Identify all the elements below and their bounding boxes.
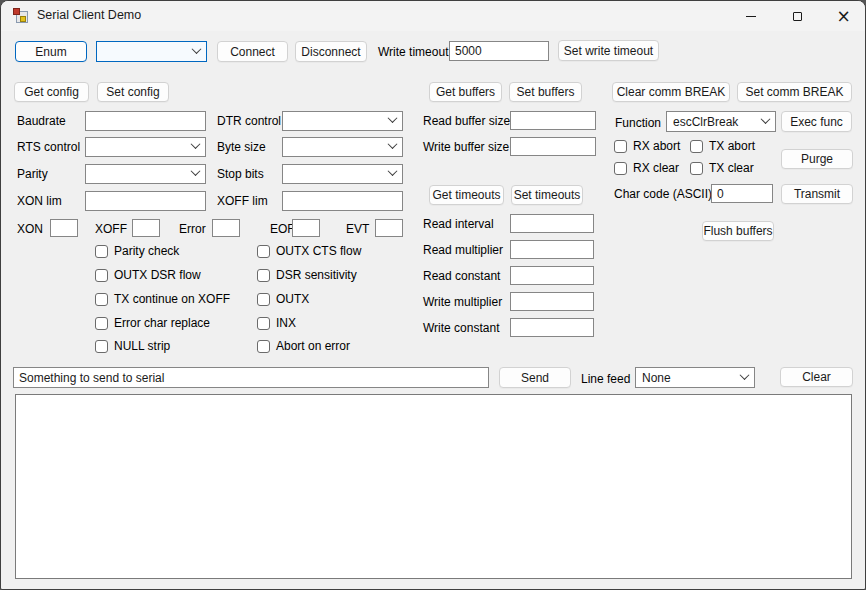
char-code-ascii-label: Char code (ASCII)	[614, 187, 712, 201]
line-feed-select[interactable]: None	[635, 367, 755, 388]
xon-lim-label: XON lim	[17, 194, 62, 208]
connect-button[interactable]: Connect	[217, 41, 288, 62]
error-char-label: Error	[179, 222, 206, 236]
minimize-icon	[746, 16, 756, 17]
write-constant-input[interactable]	[510, 318, 594, 337]
rts-control-select[interactable]	[85, 137, 206, 157]
checkbox-icon	[614, 162, 627, 175]
checkbox-dsr-sensitivity[interactable]: DSR sensitivity	[257, 268, 357, 282]
checkbox-error-char-replace[interactable]: Error char replace	[95, 316, 210, 330]
read-buffer-size-input[interactable]	[510, 111, 596, 130]
get-timeouts-button[interactable]: Get timeouts	[429, 185, 504, 205]
maximize-button[interactable]	[774, 1, 820, 31]
get-config-button[interactable]: Get config	[14, 82, 89, 102]
exec-func-button[interactable]: Exec func	[781, 111, 852, 132]
checkbox-icon	[95, 340, 108, 353]
write-buffer-size-input[interactable]	[510, 137, 596, 156]
dtr-control-label: DTR control	[217, 114, 281, 128]
evt-char-input[interactable]	[375, 219, 403, 237]
baudrate-input[interactable]	[85, 111, 206, 131]
checkbox-tx-abort[interactable]: TX abort	[690, 139, 755, 153]
function-select[interactable]: escClrBreak	[666, 111, 776, 132]
rts-control-label: RTS control	[17, 140, 80, 154]
xoff-char-input[interactable]	[132, 219, 160, 237]
set-timeouts-button[interactable]: Set timeouts	[511, 185, 583, 205]
checkbox-icon	[257, 245, 270, 258]
read-constant-input[interactable]	[510, 266, 594, 285]
set-comm-break-button[interactable]: Set comm BREAK	[737, 82, 852, 102]
chevron-down-icon	[192, 44, 202, 54]
evt-char-label: EVT	[346, 222, 369, 236]
read-interval-label: Read interval	[423, 217, 494, 231]
transmit-button[interactable]: Transmit	[781, 184, 853, 204]
send-text-input[interactable]	[13, 367, 489, 388]
send-button[interactable]: Send	[499, 367, 571, 388]
read-interval-input[interactable]	[510, 214, 594, 233]
app-icon-yellow-square	[20, 16, 26, 22]
port-select[interactable]	[96, 41, 207, 62]
xon-char-input[interactable]	[50, 219, 78, 237]
checkbox-outx-dsr-flow[interactable]: OUTX DSR flow	[95, 268, 201, 282]
clear-button[interactable]: Clear	[780, 367, 853, 387]
stop-bits-select[interactable]	[282, 164, 403, 184]
write-timeout-input[interactable]	[449, 41, 549, 61]
stop-bits-label: Stop bits	[217, 167, 264, 181]
error-char-input[interactable]	[212, 219, 240, 237]
flush-buffers-button[interactable]: Flush buffers	[702, 221, 774, 241]
checkbox-icon	[257, 269, 270, 282]
checkbox-icon	[95, 245, 108, 258]
xoff-lim-input[interactable]	[282, 191, 403, 211]
checkbox-outx[interactable]: OUTX	[257, 292, 309, 306]
clear-comm-break-button[interactable]: Clear comm BREAK	[612, 82, 730, 102]
chevron-down-icon	[388, 113, 398, 123]
checkbox-tx-clear[interactable]: TX clear	[690, 161, 754, 175]
chevron-down-icon	[191, 166, 201, 176]
write-multiplier-label: Write multiplier	[423, 295, 502, 309]
maximize-icon	[793, 12, 802, 21]
function-label: Function	[615, 116, 661, 130]
disconnect-button[interactable]: Disconnect	[295, 41, 367, 62]
set-buffers-button[interactable]: Set buffers	[509, 82, 582, 102]
close-icon: ×	[836, 8, 850, 25]
minimize-button[interactable]	[728, 1, 774, 31]
checkbox-parity-check[interactable]: Parity check	[95, 244, 179, 258]
eof-char-input[interactable]	[292, 219, 320, 237]
byte-size-label: Byte size	[217, 140, 266, 154]
checkbox-icon	[257, 340, 270, 353]
xon-char-label: XON	[17, 222, 43, 236]
receive-log-textarea[interactable]	[15, 394, 852, 579]
parity-select[interactable]	[85, 164, 206, 184]
title-bar: Serial Client Demo ×	[1, 1, 865, 31]
checkbox-rx-clear[interactable]: RX clear	[614, 161, 679, 175]
checkbox-icon	[257, 317, 270, 330]
purge-button[interactable]: Purge	[781, 149, 853, 169]
read-multiplier-input[interactable]	[510, 240, 594, 259]
chevron-down-icon	[740, 370, 750, 380]
dtr-control-select[interactable]	[282, 111, 403, 131]
checkbox-icon	[690, 162, 703, 175]
checkbox-rx-abort[interactable]: RX abort	[614, 139, 680, 153]
checkbox-abort-on-error[interactable]: Abort on error	[257, 339, 350, 353]
checkbox-tx-continue-on-xoff[interactable]: TX continue on XOFF	[95, 292, 230, 306]
xon-lim-input[interactable]	[85, 191, 206, 211]
line-feed-value: None	[642, 371, 735, 385]
write-timeout-label: Write timeout	[378, 45, 448, 59]
enum-button[interactable]: Enum	[15, 41, 87, 62]
checkbox-inx[interactable]: INX	[257, 316, 296, 330]
read-buffer-size-label: Read buffer size	[423, 114, 510, 128]
app-icon	[13, 8, 29, 24]
checkbox-icon	[95, 269, 108, 282]
char-code-input[interactable]	[711, 184, 773, 203]
get-buffers-button[interactable]: Get buffers	[429, 82, 502, 102]
write-buffer-size-label: Write buffer size	[423, 140, 509, 154]
close-button[interactable]: ×	[820, 1, 866, 31]
set-config-button[interactable]: Set config	[97, 82, 169, 102]
write-multiplier-input[interactable]	[510, 292, 594, 311]
checkbox-outx-cts-flow[interactable]: OUTX CTS flow	[257, 244, 361, 258]
set-write-timeout-button[interactable]: Set write timeout	[558, 40, 659, 61]
checkbox-null-strip[interactable]: NULL strip	[95, 339, 170, 353]
chevron-down-icon	[191, 139, 201, 149]
checkbox-icon	[95, 317, 108, 330]
baudrate-label: Baudrate	[17, 114, 66, 128]
byte-size-select[interactable]	[282, 137, 403, 157]
